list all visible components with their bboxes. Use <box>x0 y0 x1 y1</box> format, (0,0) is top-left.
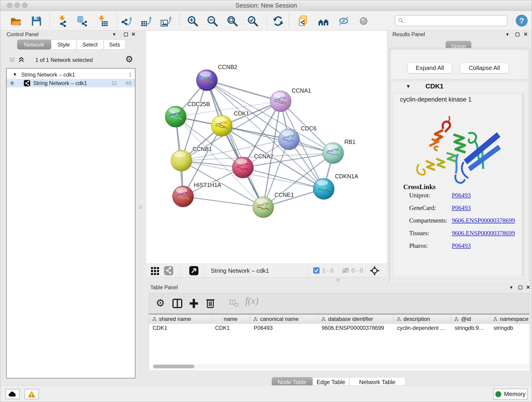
crosslink-link[interactable]: P06493 <box>452 204 471 211</box>
scrollbar-thumb[interactable] <box>153 365 194 368</box>
export-network-icon[interactable] <box>119 14 133 28</box>
network-status-dot-icon <box>10 81 14 85</box>
tab-style[interactable]: Style <box>51 40 76 50</box>
column-header[interactable]: namespace <box>490 314 530 323</box>
zoom-selected-icon[interactable] <box>246 14 260 28</box>
node-label: CDK1 <box>234 110 249 117</box>
results-panel-float-icon[interactable] <box>515 32 519 36</box>
delete-column-icon[interactable] <box>205 298 216 308</box>
collapse-all-button[interactable]: Collapse All <box>460 63 509 73</box>
network-edge[interactable] <box>183 196 263 207</box>
network-edge[interactable] <box>243 167 324 189</box>
export-image-icon[interactable] <box>159 14 173 28</box>
tab-select[interactable]: Select <box>76 40 104 50</box>
network-node-CCNA2[interactable] <box>232 157 253 178</box>
cloud-status-button[interactable] <box>6 389 20 399</box>
crosslink-link[interactable]: 9606.ENSP00000378699 <box>452 230 515 237</box>
toolbar-separator <box>50 13 50 28</box>
network-canvas[interactable]: CCNB2CCNA1CDC25BCDK1CDC6RB1CCNB1CCNA2CDK… <box>146 31 387 264</box>
netbar-separator <box>366 265 366 276</box>
results-scrollbar[interactable] <box>522 94 524 276</box>
network-node-CCNE1[interactable] <box>253 197 274 218</box>
fit-content-crosshair-icon[interactable] <box>370 266 380 276</box>
show-columns-icon[interactable] <box>172 298 183 309</box>
control-panel-float-icon[interactable] <box>124 32 128 36</box>
netbar-separator <box>180 265 180 276</box>
crosslink-link[interactable]: P06493 <box>452 192 471 199</box>
column-header[interactable]: @id <box>451 314 490 323</box>
results-button-row: Expand All Collapse All <box>390 49 528 80</box>
help-icon[interactable]: ? <box>516 15 528 27</box>
import-table-icon[interactable] <box>95 14 110 28</box>
expand-all-button[interactable]: Expand All <box>408 63 452 73</box>
network-options-gear-icon[interactable]: ⚙ <box>125 54 133 64</box>
open-session-icon[interactable] <box>9 14 23 28</box>
network-node-CCNA1[interactable] <box>270 91 291 112</box>
tab-sets[interactable]: Sets <box>104 40 126 50</box>
search-input[interactable] <box>404 17 500 24</box>
network-node-CDC6[interactable] <box>278 129 299 150</box>
network-node-CDKN1A[interactable] <box>313 178 334 199</box>
hidden-eye-slash-icon[interactable] <box>341 267 350 274</box>
collection-expander-icon[interactable]: ▼ <box>13 72 17 77</box>
network-node-HIST1H1A[interactable] <box>172 186 194 207</box>
import-network-database-icon[interactable] <box>75 14 89 28</box>
gene-section-header[interactable]: ▼ CDK1 <box>391 81 528 92</box>
crosslink-label: Tissues: <box>409 230 429 237</box>
network-node-CDC25B[interactable] <box>165 106 186 127</box>
function-builder-icon[interactable]: f(x) <box>245 295 259 306</box>
session-home-icon[interactable] <box>317 14 331 28</box>
zoom-out-icon[interactable] <box>205 14 220 28</box>
table-row[interactable]: CDK1 CDK1 P06493 9606.ENSP00000378699 cy… <box>149 324 530 332</box>
column-header[interactable]: canonical name <box>250 314 318 323</box>
memory-button[interactable]: Memory <box>493 389 528 400</box>
selected-checkbox-icon[interactable] <box>313 267 320 274</box>
tab-network[interactable]: Network <box>17 40 51 50</box>
refresh-icon[interactable] <box>271 14 285 28</box>
table-panel-close-icon[interactable]: ✕ <box>526 284 530 290</box>
table-options-gear-icon[interactable]: ⚙ <box>156 297 165 309</box>
delete-table-icon[interactable] <box>229 299 239 307</box>
network-node-CDK1[interactable] <box>211 115 232 136</box>
column-header[interactable]: shared name <box>149 314 211 323</box>
open-in-window-icon[interactable] <box>189 266 199 276</box>
network-collection-row[interactable]: ▼ String Network – cdk1 1 <box>7 70 135 79</box>
network-row[interactable]: String Network – cdk1 11 48 <box>7 79 135 87</box>
table-panel-float-icon[interactable] <box>519 286 522 289</box>
crosslink-link[interactable]: 9606.ENSP00000378699 <box>452 217 515 224</box>
network-node-RB1[interactable] <box>323 143 344 164</box>
control-panel-close-icon[interactable]: ✕ <box>131 32 135 37</box>
column-header[interactable]: database identifier <box>318 314 393 323</box>
column-header[interactable]: name <box>211 314 250 323</box>
table-horizontal-scrollbar[interactable] <box>152 364 529 369</box>
clone-network-icon[interactable] <box>296 14 310 28</box>
gene-expander-icon[interactable]: ▼ <box>406 83 411 89</box>
string-badge-icon[interactable] <box>164 266 174 276</box>
show-graphics-details-icon[interactable] <box>356 14 371 28</box>
selected-count: 1 - 0 <box>322 267 334 274</box>
save-session-icon[interactable] <box>29 14 44 28</box>
results-content: Expand All Collapse All ▼ CDK1 cyclin-de… <box>389 48 530 284</box>
export-table-icon[interactable] <box>139 14 153 28</box>
hide-graphics-details-icon[interactable] <box>336 14 351 28</box>
column-header[interactable]: description <box>393 314 451 323</box>
birds-eye-view-icon[interactable] <box>150 266 160 276</box>
import-network-file-icon[interactable] <box>55 14 70 28</box>
table-panel-menu-icon[interactable]: ▾ <box>510 284 513 290</box>
node-table: shared name name canonical name database… <box>149 314 530 370</box>
left-divider-handle[interactable] <box>139 206 142 209</box>
node-label: CDC25B <box>187 101 210 107</box>
table-divider-handle[interactable] <box>336 278 340 282</box>
results-panel-menu-icon[interactable]: ▾ <box>506 32 509 37</box>
results-panel-close-icon[interactable]: ✕ <box>524 32 528 37</box>
network-node-CCNB2[interactable] <box>196 70 217 91</box>
control-panel-menu-icon[interactable]: ▾ <box>113 32 115 37</box>
zoom-in-icon[interactable] <box>186 14 200 28</box>
crosslink-label: Uniprot: <box>409 192 430 199</box>
warnings-button[interactable] <box>25 389 39 399</box>
zoom-fit-icon[interactable] <box>225 14 239 28</box>
crosslink-link[interactable]: P06493 <box>452 242 471 249</box>
node-label: CCNB2 <box>218 64 237 70</box>
network-node-CCNB1[interactable] <box>171 150 192 171</box>
add-column-icon[interactable] <box>188 298 199 309</box>
